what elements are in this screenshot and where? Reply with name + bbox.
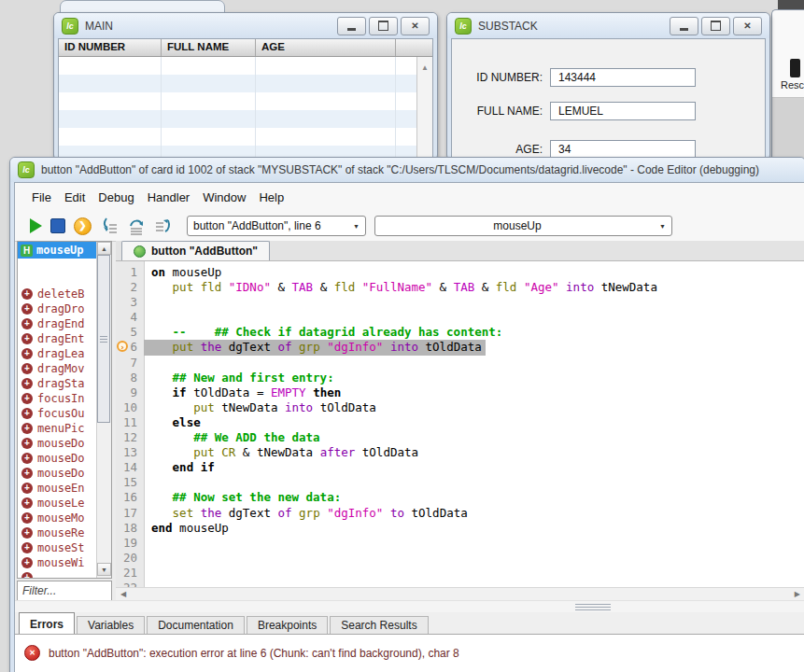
error-row[interactable]: ✕ button "AddButton": execution error at…: [24, 645, 804, 661]
code-line[interactable]: 13 put CR & tNewData after tOldData: [116, 445, 804, 460]
table-row[interactable]: [59, 92, 417, 110]
step-over-lines-button[interactable]: [127, 217, 146, 235]
splitter-grip-icon[interactable]: [575, 604, 611, 612]
scrollbar-thumb[interactable]: [97, 255, 110, 423]
menu-help[interactable]: Help: [252, 190, 290, 204]
step-out-button[interactable]: [154, 217, 173, 235]
code-line[interactable]: 12 ## We ADD the data: [116, 430, 804, 445]
close-button[interactable]: ✕: [401, 17, 430, 35]
column-header[interactable]: [396, 39, 432, 56]
code-editor-area[interactable]: 1on mouseUp2 put fld "IDNo" & TAB & fld …: [116, 261, 804, 587]
editor-titlebar[interactable]: lc button "AddButton" of card id 1002 of…: [10, 158, 804, 182]
code-line[interactable]: 18end mouseUp: [116, 521, 804, 536]
code-line[interactable]: 22: [116, 581, 804, 587]
table-row[interactable]: [59, 128, 417, 146]
scroll-left-icon[interactable]: ◀: [120, 589, 126, 600]
code-line[interactable]: 4: [116, 310, 804, 325]
code-text: end mouseUp: [144, 521, 233, 536]
filter-input[interactable]: [17, 581, 112, 601]
tab-search-results[interactable]: Search Results: [330, 616, 428, 634]
table-row[interactable]: [59, 75, 417, 92]
handler-item-label: mouseEn: [37, 482, 85, 495]
plus-icon: +: [21, 483, 33, 494]
chevron-down-icon: ▼: [347, 223, 360, 230]
line-number: 2: [116, 280, 144, 295]
column-header[interactable]: AGE: [256, 39, 396, 56]
code-line[interactable]: 11 else: [116, 415, 804, 430]
code-text: ## Now set the new data:: [144, 490, 345, 505]
menu-handler[interactable]: Handler: [141, 190, 197, 204]
column-header[interactable]: FULL NAME: [162, 39, 256, 56]
panel-splitter[interactable]: [15, 600, 804, 613]
code-line[interactable]: 16 ## Now set the new data:: [116, 490, 804, 505]
code-line[interactable]: 21: [116, 566, 804, 581]
close-button[interactable]: ✕: [733, 17, 762, 35]
tab-errors[interactable]: Errors: [19, 612, 75, 634]
code-line[interactable]: 19: [116, 536, 804, 551]
code-line[interactable]: 1on mouseUp: [116, 265, 804, 280]
code-line[interactable]: 17 set the dgText of grp "dgInfo" to tOl…: [116, 506, 804, 521]
field-input-id-number[interactable]: [550, 68, 696, 87]
code-line[interactable]: 7: [116, 356, 804, 371]
code-text: put fld "IDNo" & TAB & fld "FullName" & …: [144, 280, 661, 295]
line-number: 17: [116, 506, 144, 521]
scroll-up-button[interactable]: ▲: [97, 242, 111, 255]
menu-window[interactable]: Window: [196, 190, 252, 204]
line-number: 21: [116, 566, 144, 581]
continue-button[interactable]: [30, 218, 42, 233]
code-line[interactable]: 15: [116, 475, 804, 490]
script-tab-bar: button "AddButton": [116, 241, 804, 261]
maximize-button[interactable]: [701, 17, 730, 35]
code-line[interactable]: 9 if tOldData = EMPTY then: [116, 385, 804, 400]
column-header[interactable]: ID NUMBER: [59, 39, 162, 56]
execution-context-dropdown[interactable]: button "AddButton", line 6 ▼: [187, 216, 366, 236]
table-row[interactable]: [59, 110, 417, 128]
substack-window-titlebar[interactable]: lc SUBSTACK ✕: [447, 13, 769, 38]
code-line[interactable]: 10 put tNewData into tOldData: [116, 400, 804, 415]
code-line[interactable]: ›6 put the dgText of grp "dgInfo" into t…: [116, 340, 804, 355]
plus-icon: +: [21, 378, 33, 389]
stop-button[interactable]: [50, 218, 65, 233]
step-over-button[interactable]: ❯: [74, 217, 92, 235]
code-line[interactable]: 8 ## New and first entry:: [116, 371, 804, 385]
field-input-age[interactable]: [550, 140, 696, 159]
tab-breakpoints[interactable]: Breakpoints: [247, 616, 328, 634]
code-line[interactable]: 14 end if: [116, 460, 804, 475]
code-line[interactable]: 20: [116, 551, 804, 566]
code-editor-window: lc button "AddButton" of card id 1002 of…: [9, 157, 804, 672]
resources-icon[interactable]: [790, 59, 800, 77]
code-line[interactable]: 5 -- ## Check if datagrid already has co…: [116, 325, 804, 340]
field-input-full-name[interactable]: [550, 102, 696, 120]
handler-item-label: focusIn: [37, 392, 85, 405]
code-line[interactable]: 2 put fld "IDNo" & TAB & fld "FullName" …: [116, 280, 804, 295]
minimize-button[interactable]: [337, 17, 366, 35]
livecode-logo-icon: lc: [18, 161, 35, 178]
line-number: 13: [116, 445, 144, 460]
tab-variables[interactable]: Variables: [77, 616, 145, 634]
plus-icon: +: [21, 393, 33, 404]
horizontal-scrollbar[interactable]: ◀ ▶: [116, 587, 804, 600]
handler-dropdown[interactable]: mouseUp ▼: [374, 216, 672, 236]
code-line[interactable]: 3: [116, 295, 804, 310]
table-row[interactable]: [59, 57, 417, 75]
menu-file[interactable]: File: [25, 190, 58, 204]
handler-list-scrollbar[interactable]: ▲ ▼: [96, 242, 111, 578]
line-number: 16: [116, 490, 144, 505]
scroll-right-icon[interactable]: ▶: [795, 589, 800, 600]
grid-scrollbar[interactable]: ▲: [416, 57, 432, 159]
handler-item-label: dragMov: [37, 362, 85, 375]
scroll-down-button[interactable]: ▼: [97, 563, 111, 576]
plus-icon: +: [21, 542, 33, 553]
scroll-up-icon[interactable]: ▲: [421, 63, 429, 72]
main-window-titlebar[interactable]: lc MAIN ✕: [54, 13, 437, 38]
tab-documentation[interactable]: Documentation: [147, 616, 245, 634]
script-tab[interactable]: button "AddButton": [121, 241, 270, 260]
menu-edit[interactable]: Edit: [58, 190, 92, 204]
handler-list: H mouseUp +deleteB+dragDro+dragEnd+dragE…: [17, 241, 112, 579]
maximize-icon: [711, 21, 721, 31]
step-into-button[interactable]: [100, 217, 119, 235]
maximize-button[interactable]: [369, 17, 398, 35]
menu-debug[interactable]: Debug: [92, 190, 140, 204]
minimize-button[interactable]: [670, 17, 698, 35]
code-text: end if: [144, 460, 219, 475]
